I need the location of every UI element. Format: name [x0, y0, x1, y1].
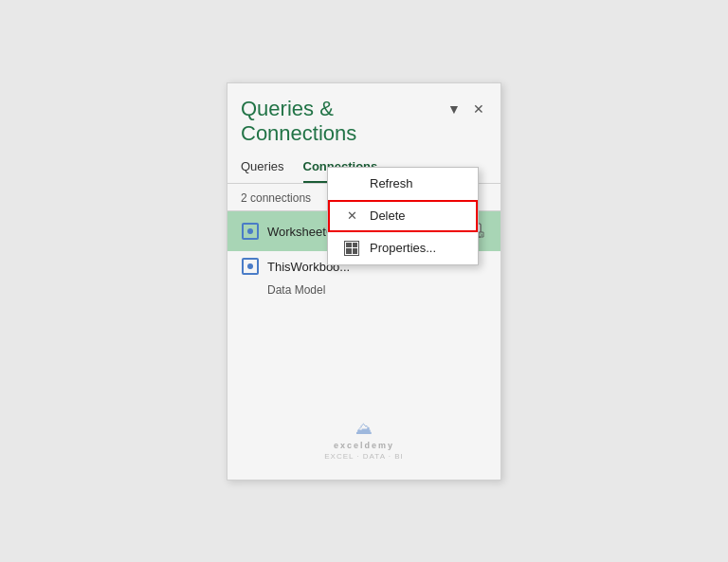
context-menu-refresh-label: Refresh: [370, 176, 413, 190]
panel-title: Queries & Connections: [241, 97, 446, 147]
tab-queries[interactable]: Queries: [241, 154, 284, 183]
connection-icon-1: [241, 222, 260, 241]
watermark-brand: exceldemy: [334, 441, 394, 450]
connection-icon-2: [241, 257, 260, 276]
context-menu-properties-label: Properties...: [370, 241, 436, 255]
refresh-icon: [343, 175, 360, 192]
db-icon-1: [242, 223, 259, 240]
db-icon-2: [242, 258, 259, 275]
context-menu-delete[interactable]: ✕ Delete: [328, 200, 478, 232]
watermark-tagline: EXCEL · DATA · BI: [324, 452, 404, 461]
delete-icon: ✕: [343, 208, 360, 225]
close-icon[interactable]: ✕: [470, 100, 487, 118]
watermark-icon: ⛰: [355, 419, 373, 439]
connection-subtitle-2: Data Model: [241, 283, 325, 297]
context-menu-refresh[interactable]: Refresh: [328, 168, 478, 200]
context-menu-properties[interactable]: Properties...: [328, 232, 478, 264]
dropdown-icon[interactable]: ▼: [446, 100, 463, 118]
panel-header: Queries & Connections ▼ ✕: [228, 83, 500, 154]
properties-icon: [343, 240, 360, 257]
context-menu: Refresh ✕ Delete Properties...: [327, 167, 479, 265]
header-icons: ▼ ✕: [446, 100, 487, 118]
context-menu-delete-label: Delete: [370, 208, 406, 223]
watermark: ⛰ exceldemy EXCEL · DATA · BI: [324, 419, 404, 461]
queries-connections-panel: Queries & Connections ▼ ✕ Queries Connec…: [227, 82, 501, 480]
